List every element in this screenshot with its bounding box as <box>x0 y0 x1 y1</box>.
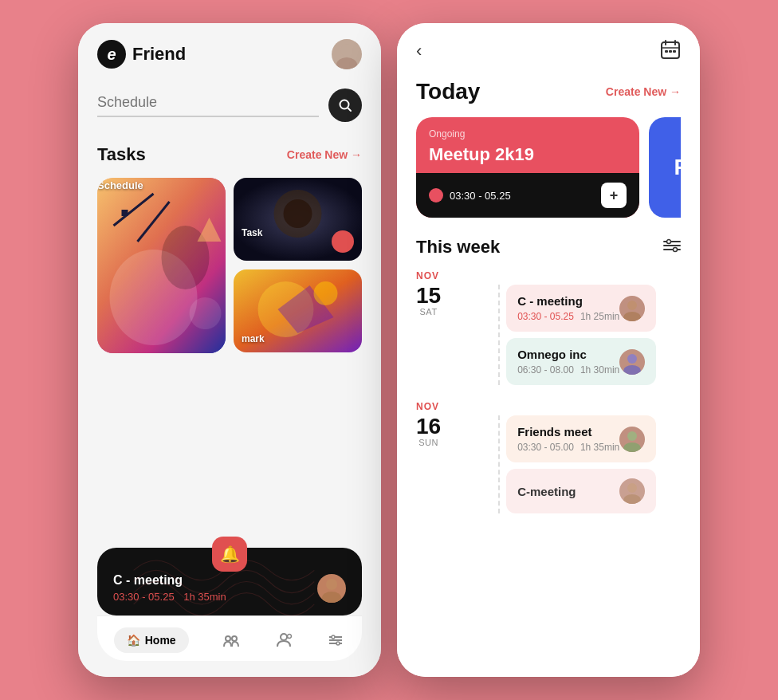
notification-avatar <box>317 574 346 603</box>
event-time-range-omnego: 06:30 - 08.00 <box>517 364 574 376</box>
right-phone: ‹ Today Create New → <box>397 23 700 677</box>
svg-point-0 <box>340 44 353 57</box>
svg-point-19 <box>326 579 337 590</box>
event-avatar-friends-meet <box>619 427 645 452</box>
search-button[interactable] <box>328 88 362 122</box>
event-info-friends-meet: Friends meet 03:30 - 05.00 1h 35min <box>517 425 619 453</box>
home-icon: 🏠 <box>127 634 140 647</box>
blue-card-letter: F <box>674 155 681 180</box>
svg-rect-34 <box>665 50 668 53</box>
today-header: Today Create New → <box>416 79 681 104</box>
svg-point-20 <box>322 592 341 603</box>
event-time-cmeeting: 03:30 - 05.25 1h 25min <box>517 311 619 322</box>
tasks-header: Tasks Create New → <box>97 144 362 165</box>
svg-point-11 <box>190 297 222 329</box>
search-input-wrap <box>97 94 319 117</box>
nav-item-home[interactable]: 🏠 Home <box>114 627 189 653</box>
event-name-cmeeting2: C-meeting <box>517 485 576 498</box>
this-week-header: This week <box>416 237 681 258</box>
svg-point-18 <box>314 281 338 305</box>
today-title: Today <box>416 79 480 104</box>
notification-time-range: 03:30 - 05.25 <box>113 591 175 603</box>
filter-button[interactable] <box>663 238 681 256</box>
filter-icon <box>663 238 681 253</box>
date-box-nov16: 16 SUN <box>416 415 441 447</box>
task-card-task[interactable]: Task <box>234 178 362 261</box>
event-duration-friends-meet: 1h 35min <box>580 442 619 453</box>
event-card-cmeeting[interactable]: C - meeting 03:30 - 05.25 1h 25min <box>506 285 656 332</box>
svg-point-49 <box>623 494 641 504</box>
nav-item-connections[interactable] <box>222 631 241 650</box>
notification-time: 03:30 - 05.25 1h 35min <box>113 591 233 603</box>
svg-point-41 <box>674 248 678 252</box>
ongoing-bottom: 03:30 - 05.25 + <box>416 173 639 218</box>
create-new-today-button[interactable]: Create New → <box>606 85 681 98</box>
week-section-nov16: NOV 16 SUN Friends meet 03:30 - 05.00 <box>416 401 681 513</box>
add-event-button[interactable]: + <box>601 183 627 208</box>
left-header: e Friend <box>97 39 362 69</box>
connections-icon <box>222 631 241 650</box>
search-input[interactable] <box>97 94 319 111</box>
task-mark-label: mark <box>242 333 265 344</box>
svg-point-22 <box>232 636 237 641</box>
ongoing-card-blue[interactable]: F <box>649 117 681 218</box>
create-new-tasks-button[interactable]: Create New → <box>287 148 362 161</box>
event-info-omnego: Omnego inc 06:30 - 08.00 1h 30min <box>517 348 619 376</box>
date-num-16: 16 <box>416 415 441 438</box>
ongoing-card-top: Ongoing Meetup 2k19 <box>416 117 639 173</box>
event-time-range-friends-meet: 03:30 - 05.00 <box>517 442 574 453</box>
svg-point-45 <box>623 365 641 375</box>
logo-area: e Friend <box>97 40 186 69</box>
ongoing-time-wrap: 03:30 - 05.25 <box>429 188 511 203</box>
task-card-mark[interactable]: mark <box>234 269 362 352</box>
event-name-friends-meet: Friends meet <box>517 425 619 438</box>
event-card-omnego[interactable]: Omnego inc 06:30 - 08.00 1h 30min <box>506 338 656 385</box>
calendar-icon-btn[interactable] <box>660 39 681 63</box>
svg-line-3 <box>348 108 351 111</box>
user-avatar[interactable] <box>332 39 362 69</box>
svg-point-47 <box>623 442 641 452</box>
notification-title: C - meeting <box>113 573 233 588</box>
month-label-nov15: NOV <box>416 270 681 281</box>
event-duration-cmeeting: 1h 25min <box>580 311 619 322</box>
event-card-cmeeting2[interactable]: C-meeting <box>506 469 656 513</box>
svg-point-1 <box>336 57 357 69</box>
svg-rect-36 <box>673 50 676 53</box>
month-label-nov16: NOV <box>416 401 681 412</box>
event-card-friends-meet[interactable]: Friends meet 03:30 - 05.00 1h 35min <box>506 415 656 462</box>
search-area <box>97 88 362 122</box>
nav-item-settings[interactable] <box>326 631 345 650</box>
date-day-sun: SUN <box>418 438 438 447</box>
ongoing-cards-scroll: Ongoing Meetup 2k19 03:30 - 05.25 + F <box>416 117 681 218</box>
date-box-nov15: 15 SAT <box>416 285 441 317</box>
people-icon <box>274 631 293 650</box>
time-indicator-dot <box>429 188 443 203</box>
event-avatar-cmeeting <box>619 296 645 321</box>
date-num-15: 15 <box>416 285 441 307</box>
task-card-schedule[interactable]: Schedule <box>97 178 226 353</box>
svg-point-44 <box>627 354 637 364</box>
svg-point-24 <box>287 635 291 639</box>
nav-item-people[interactable] <box>274 631 293 650</box>
svg-point-21 <box>226 636 230 641</box>
svg-point-42 <box>627 301 637 310</box>
event-time-range-cmeeting: 03:30 - 05.25 <box>517 311 574 322</box>
calendar-icon <box>660 39 681 60</box>
week-section-nov15: NOV 15 SAT C - meeting 03:30 - 05.25 <box>416 270 681 385</box>
event-avatar-omnego <box>619 349 645 375</box>
svg-point-43 <box>623 312 641 321</box>
ongoing-label: Ongoing <box>429 128 627 140</box>
screens-container: e Friend <box>78 23 700 677</box>
svg-rect-9 <box>122 210 128 216</box>
back-button[interactable]: ‹ <box>416 41 422 61</box>
event-avatar-cmeeting2 <box>619 478 645 504</box>
svg-point-28 <box>332 635 335 639</box>
date-day-sat: SAT <box>420 307 438 317</box>
tasks-grid: Schedule Ta <box>97 178 362 353</box>
svg-point-40 <box>667 240 671 244</box>
event-duration-omnego: 1h 30min <box>580 364 619 376</box>
ongoing-card-meetup[interactable]: Ongoing Meetup 2k19 03:30 - 05.25 + <box>416 117 639 218</box>
ongoing-title: Meetup 2k19 <box>429 144 627 165</box>
task-red-dot <box>332 230 354 253</box>
bell-icon: 🔔 <box>212 537 247 572</box>
